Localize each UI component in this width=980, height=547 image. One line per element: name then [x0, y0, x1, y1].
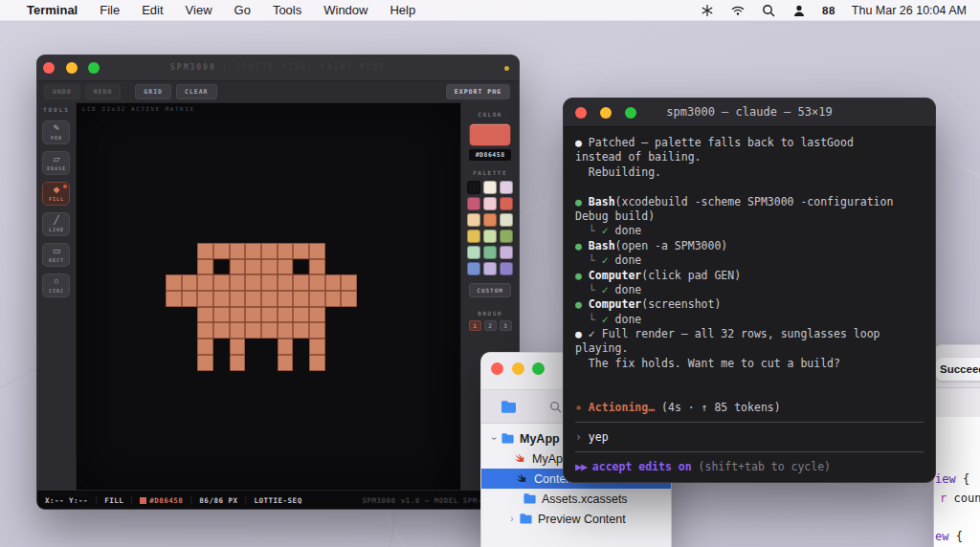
palette-swatch-15[interactable]: [467, 262, 480, 275]
terminal-text: └: [575, 283, 602, 296]
menu-item-file[interactable]: File: [100, 3, 120, 17]
search-icon[interactable]: [761, 3, 775, 17]
sprite-cell: [230, 322, 246, 339]
menu-item-edit[interactable]: Edit: [142, 3, 163, 17]
menu-clock[interactable]: Thu Mar 26 10:04 AM: [852, 4, 967, 17]
palette-swatch-0[interactable]: [467, 181, 480, 194]
sprite-cell: [213, 274, 230, 291]
sprite-cell: [341, 355, 357, 371]
terminal-content[interactable]: ● Patched — palette falls back to lastGo…: [564, 127, 935, 474]
terminal-window: spm3000 — claude — 53×19 ● Patched — pal…: [563, 98, 936, 483]
sprite-cell: [197, 274, 213, 291]
sprite-cell: [341, 274, 357, 291]
pixel-editor-title: SPM3000 | SPRITE PIXEL PAINT MODE: [37, 63, 519, 72]
terminal-line: ● Computer(click pad GEN): [575, 269, 924, 283]
file-row-assets-xcassets[interactable]: Assets.xcassets: [481, 489, 671, 509]
sprite-grid: [166, 243, 357, 371]
file-row-preview-content[interactable]: ›Preview Content: [481, 509, 671, 529]
palette-swatch-16[interactable]: [483, 262, 497, 275]
brush-size-3[interactable]: 3: [500, 320, 512, 331]
sprite-cell: [309, 291, 325, 307]
menu-item-window[interactable]: Window: [323, 3, 368, 17]
palette-swatch-17[interactable]: [500, 262, 513, 275]
pixel-canvas[interactable]: LCD 32x32 ACTIVE MATRIX: [76, 102, 461, 491]
sprite-cell: [261, 322, 278, 339]
sprite-cell: [182, 355, 198, 371]
close-button[interactable]: [491, 362, 503, 375]
terminal-text: ✓: [602, 253, 609, 267]
palette-swatch-11[interactable]: [500, 230, 513, 243]
sprite-cell: [245, 339, 261, 355]
menu-item-view[interactable]: View: [186, 3, 212, 17]
terminal-line: [575, 180, 924, 194]
folder-icon: [519, 513, 533, 525]
palette-swatch-3[interactable]: [467, 197, 480, 210]
code-editor[interactable]: iew {r countew {: [934, 417, 980, 547]
tool-erase[interactable]: ▱ERASE: [42, 151, 70, 175]
build-succeeded-toast: Succeeded: [936, 358, 980, 381]
asterisk-icon[interactable]: [700, 3, 714, 17]
sprite-cell: [166, 322, 182, 339]
custom-color-button[interactable]: CUSTOM: [469, 283, 511, 297]
terminal-line: ● ✓ Full render — all 32 rows, sunglasse…: [575, 327, 924, 341]
tool-fill[interactable]: ◆FILL: [42, 182, 70, 206]
palette-swatch-1[interactable]: [483, 181, 497, 194]
menu-item-help[interactable]: Help: [390, 3, 415, 17]
terminal-text: ✓ Full render — all 32 rows, sunglasses …: [589, 327, 880, 340]
palette-swatch-10[interactable]: [483, 230, 497, 243]
search-icon[interactable]: [549, 401, 562, 413]
sprite-cell: [261, 339, 278, 355]
current-color-swatch[interactable]: [469, 123, 511, 146]
tool-line[interactable]: ╱LINE: [42, 212, 70, 236]
menu-app-name[interactable]: Terminal: [27, 3, 78, 17]
brush-size-2[interactable]: 2: [484, 320, 497, 331]
palette-swatch-8[interactable]: [500, 213, 513, 227]
code-token: iew: [935, 472, 956, 486]
export-png-button[interactable]: EXPORT PNG: [446, 84, 510, 99]
tool-pen[interactable]: ✎PEN: [42, 120, 70, 144]
terminal-divider: [575, 415, 924, 429]
xcode-editor-window: Succeeded iew {r countew {: [933, 344, 980, 547]
zoom-button[interactable]: [532, 362, 545, 375]
sprite-cell: [166, 243, 182, 259]
sprite-cell: [278, 274, 294, 291]
sprite-cell: [325, 243, 342, 259]
menu-item-go[interactable]: Go: [234, 3, 251, 17]
tool-rect[interactable]: ▭RECT: [42, 243, 70, 267]
palette-swatch-5[interactable]: [500, 197, 513, 210]
grid-toggle-button[interactable]: GRID: [135, 84, 171, 99]
sprite-cell: [230, 291, 246, 307]
chevron-down-icon[interactable]: ›: [489, 432, 500, 446]
divider: │: [94, 496, 99, 505]
palette-swatch-4[interactable]: [483, 197, 497, 210]
palette-swatch-13[interactable]: [483, 246, 497, 259]
menu-item-tools[interactable]: Tools: [273, 3, 301, 17]
user-icon[interactable]: [791, 3, 806, 17]
project-folder-icon[interactable]: [500, 400, 518, 414]
sprite-cell: [278, 322, 294, 339]
brush-size-1[interactable]: 1: [469, 320, 481, 331]
chevron-right-icon[interactable]: ›: [505, 514, 519, 524]
palette-swatch-12[interactable]: [467, 246, 480, 259]
sprite-cell: [293, 259, 309, 275]
redo-button[interactable]: REDO: [85, 84, 122, 99]
code-token: {: [948, 530, 962, 543]
palette-swatch-2[interactable]: [500, 181, 513, 194]
clear-button[interactable]: CLEAR: [176, 84, 217, 99]
terminal-text: (shift+tab to cycle): [692, 460, 831, 473]
sprite-cell: [325, 307, 342, 323]
palette-swatch-14[interactable]: [500, 246, 513, 259]
palette-swatch-7[interactable]: [483, 213, 497, 227]
brush-size-buttons: 123: [469, 320, 512, 331]
minimize-button[interactable]: [512, 362, 524, 375]
palette-swatch-9[interactable]: [467, 230, 480, 243]
grid-icon[interactable]: 88: [822, 5, 835, 16]
palette-swatch-6[interactable]: [467, 213, 480, 227]
wifi-icon[interactable]: [730, 3, 745, 17]
status-mode: LOTTIE-SEQ: [255, 496, 302, 505]
folder-icon: [523, 492, 537, 505]
tool-circ[interactable]: ○CIRC: [42, 274, 70, 297]
sprite-cell: [182, 307, 198, 323]
terminal-line: [575, 371, 924, 385]
undo-button[interactable]: UNDO: [44, 84, 80, 99]
